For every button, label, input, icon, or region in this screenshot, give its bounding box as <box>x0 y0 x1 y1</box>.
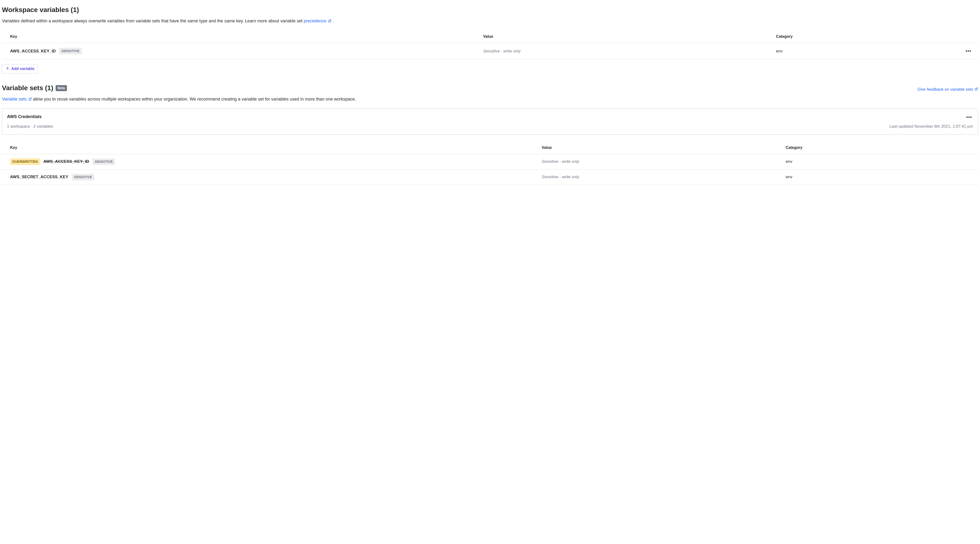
sensitive-badge: SENSITIVE <box>72 174 94 180</box>
variable-sets-heading: Variable sets (1) Beta <box>2 83 67 93</box>
heading-text: Variable sets (1) <box>2 83 53 93</box>
workspace-variables-table: Key Value Category AWS_ACCESS_KEY_ID SEN… <box>2 30 978 59</box>
key-cell: AWS_ACCESS_KEY_ID SENSITIVE <box>10 48 477 54</box>
row-actions-button[interactable]: ••• <box>965 48 972 55</box>
variable-value: Sensitive - write only <box>542 174 579 179</box>
variable-category: env <box>786 159 792 164</box>
beta-badge: Beta <box>56 85 67 91</box>
sensitive-badge: SENSITIVE <box>59 48 82 54</box>
link-text: Variable sets <box>2 97 27 102</box>
variable-set-actions-button[interactable]: ••• <box>965 114 973 121</box>
column-header-category: Category <box>773 30 956 43</box>
svg-line-4 <box>30 98 31 99</box>
variable-set-last-updated: Last updated November 8th 2021, 1:07:41 … <box>889 124 973 130</box>
column-header-value: Value <box>480 30 773 43</box>
precedence-link[interactable]: precedence <box>304 19 332 23</box>
variable-set-meta: 1 workspace · 2 variables <box>7 124 53 130</box>
feedback-link[interactable]: Give feedback on variable sets <box>918 86 978 93</box>
variable-set-card: AWS Credentials ••• 1 workspace · 2 vari… <box>2 108 978 135</box>
key-cell: OVERWRITTEN AWS_ACCESS_KEY_ID SENSITIVE <box>10 159 536 165</box>
column-header-key: Key <box>2 30 480 43</box>
plus-icon <box>6 67 10 71</box>
variable-sets-description: Variable sets allow you to reuse variabl… <box>2 96 978 103</box>
variable-key: AWS_ACCESS_KEY_ID <box>44 159 89 165</box>
variable-set-variables-table: Key Value Category OVERWRITTEN AWS_ACCES… <box>2 141 978 185</box>
link-text: precedence <box>304 19 326 23</box>
description-text: Variables defined within a workspace alw… <box>2 19 304 23</box>
more-icon: ••• <box>966 48 971 54</box>
column-header-actions <box>956 30 978 43</box>
variable-sets-link[interactable]: Variable sets <box>2 97 33 102</box>
variable-category: env <box>786 174 792 179</box>
description-tail: . <box>332 19 334 23</box>
feedback-link-text: Give feedback on variable sets <box>918 86 973 93</box>
workspace-variables-description: Variables defined within a workspace alw… <box>2 18 978 25</box>
column-header-category: Category <box>783 141 978 154</box>
variable-sets-section: Variable sets (1) Beta Give feedback on … <box>2 83 978 185</box>
key-cell: AWS_SECRET_ACCESS_KEY SENSITIVE <box>10 174 536 180</box>
variable-key: AWS_SECRET_ACCESS_KEY <box>10 174 68 180</box>
table-row: AWS_ACCESS_KEY_ID SENSITIVE Sensitive - … <box>2 43 978 59</box>
table-row: AWS_SECRET_ACCESS_KEY SENSITIVE Sensitiv… <box>2 169 978 185</box>
column-header-key: Key <box>2 141 539 154</box>
svg-line-0 <box>329 20 331 21</box>
add-variable-label: Add variable <box>11 67 34 71</box>
sensitive-badge: SENSITIVE <box>92 159 115 165</box>
external-link-icon <box>328 18 331 25</box>
variable-set-title: AWS Credentials <box>7 114 41 120</box>
workspace-variables-section: Workspace variables (1) Variables define… <box>2 5 978 73</box>
external-link-icon <box>975 86 978 93</box>
description-text: allow you to reuse variables across mult… <box>33 97 356 102</box>
svg-line-3 <box>976 88 978 89</box>
variable-value: Sensitive - write only <box>542 159 579 164</box>
variable-category: env <box>776 49 783 53</box>
variable-key: AWS_ACCESS_KEY_ID <box>10 48 56 54</box>
external-link-icon <box>29 96 32 103</box>
column-header-value: Value <box>539 141 783 154</box>
variable-value: Sensitive - write only <box>483 49 520 53</box>
add-variable-button[interactable]: Add variable <box>2 64 38 73</box>
workspace-variables-heading: Workspace variables (1) <box>2 5 79 15</box>
more-icon: ••• <box>966 114 972 120</box>
table-row: OVERWRITTEN AWS_ACCESS_KEY_ID SENSITIVE … <box>2 154 978 169</box>
overwritten-badge: OVERWRITTEN <box>10 159 40 165</box>
